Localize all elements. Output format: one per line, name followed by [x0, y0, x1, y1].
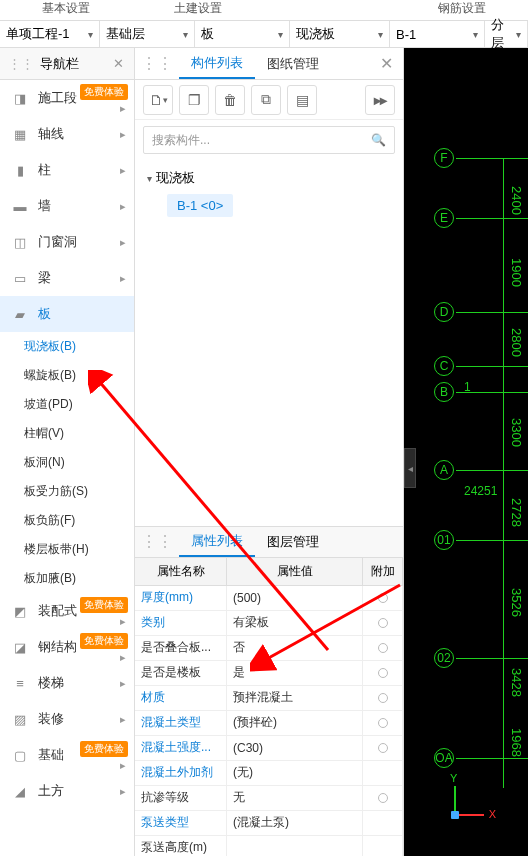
nav-category[interactable]: ▢基础免费体验▸ — [0, 737, 134, 773]
property-row[interactable]: 泵送类型(混凝土泵) — [135, 811, 403, 836]
nav-subcategory[interactable]: 现浇板(B) — [0, 332, 134, 361]
column-icon: ▮ — [10, 160, 30, 180]
nav-category[interactable]: ▨装修▸ — [0, 701, 134, 737]
prop-attach[interactable] — [363, 761, 403, 785]
nav-subcategory[interactable]: 螺旋板(B) — [0, 361, 134, 390]
prop-value[interactable]: 无 — [227, 786, 363, 810]
prop-attach[interactable] — [363, 611, 403, 635]
property-row[interactable]: 是否是楼板是 — [135, 661, 403, 686]
selector-dropdown[interactable]: 单项工程-1▾ — [0, 21, 100, 47]
drag-handle-icon[interactable]: ⋮⋮ — [135, 532, 179, 551]
viewport-canvas[interactable]: ◂ FEDC1BA242510102OA24001900280033002728… — [404, 48, 528, 856]
collapse-arrow-icon[interactable]: ▾ — [147, 173, 152, 184]
prop-value[interactable]: 有梁板 — [227, 611, 363, 635]
radio-icon[interactable] — [378, 643, 388, 653]
selector-dropdown[interactable]: B-1▾ — [390, 21, 485, 47]
top-tab[interactable]: 土建设置 — [132, 0, 264, 20]
prop-attach[interactable] — [363, 586, 403, 610]
prop-attach[interactable] — [363, 686, 403, 710]
more-button[interactable]: ▸▸ — [365, 85, 395, 115]
prop-attach[interactable] — [363, 836, 403, 857]
close-icon[interactable]: ✕ — [370, 54, 403, 73]
property-row[interactable]: 混凝土外加剂(无) — [135, 761, 403, 786]
property-row[interactable]: 混凝土强度...(C30) — [135, 736, 403, 761]
nav-category[interactable]: ▰板 — [0, 296, 134, 332]
radio-icon[interactable] — [378, 743, 388, 753]
prop-value[interactable]: (C30) — [227, 736, 363, 760]
top-tab[interactable]: 基本设置 — [0, 0, 132, 20]
nav-category[interactable]: ◪钢结构免费体验▸ — [0, 629, 134, 665]
property-row[interactable]: 材质预拌混凝土 — [135, 686, 403, 711]
nav-subcategory[interactable]: 柱帽(V) — [0, 419, 134, 448]
prop-attach[interactable] — [363, 786, 403, 810]
prop-value[interactable]: (混凝土泵) — [227, 811, 363, 835]
radio-icon[interactable] — [378, 668, 388, 678]
cube-icon: ◨ — [10, 88, 30, 108]
property-row[interactable]: 类别有梁板 — [135, 611, 403, 636]
layers-button[interactable]: ▤ — [287, 85, 317, 115]
dimension-label: 1968 — [509, 728, 524, 757]
prop-value[interactable]: (预拌砼) — [227, 711, 363, 735]
nav-category[interactable]: ▦轴线▸ — [0, 116, 134, 152]
search-input[interactable]: 搜索构件... 🔍 — [143, 126, 395, 154]
property-row[interactable]: 抗渗等级无 — [135, 786, 403, 811]
copy-button[interactable]: ❐ — [179, 85, 209, 115]
nav-category[interactable]: ◢土方▸ — [0, 773, 134, 809]
col-name: 属性名称 — [135, 558, 227, 585]
nav-subcategory[interactable]: 板洞(N) — [0, 448, 134, 477]
property-row[interactable]: 混凝土类型(预拌砼) — [135, 711, 403, 736]
property-row[interactable]: 厚度(mm)(500) — [135, 586, 403, 611]
close-icon[interactable]: ✕ — [110, 56, 126, 72]
prop-value[interactable]: (无) — [227, 761, 363, 785]
nav-category[interactable]: ◫门窗洞▸ — [0, 224, 134, 260]
new-button[interactable]: 🗋▾ — [143, 85, 173, 115]
top-tab[interactable] — [264, 0, 396, 20]
nav-subcategory[interactable]: 坡道(PD) — [0, 390, 134, 419]
radio-icon[interactable] — [378, 718, 388, 728]
selector-dropdown[interactable]: 基础层▾ — [100, 21, 195, 47]
prop-attach[interactable] — [363, 811, 403, 835]
grid-axis-label: D — [434, 302, 454, 322]
duplicate-button[interactable]: ⧉ — [251, 85, 281, 115]
drag-handle-icon[interactable]: ⋮⋮ — [8, 56, 34, 71]
prop-value[interactable]: (500) — [227, 586, 363, 610]
nav-subcategory[interactable]: 楼层板带(H) — [0, 535, 134, 564]
nav-subcategory[interactable]: 板受力筋(S) — [0, 477, 134, 506]
selector-dropdown[interactable]: 分层▾ — [485, 21, 528, 47]
nav-category[interactable]: ◩装配式免费体验▸ — [0, 593, 134, 629]
radio-icon[interactable] — [378, 618, 388, 628]
tab-component-list[interactable]: 构件列表 — [179, 48, 255, 79]
viewport-collapse-button[interactable]: ◂ — [404, 448, 416, 488]
radio-icon[interactable] — [378, 593, 388, 603]
nav-category[interactable]: ▮柱▸ — [0, 152, 134, 188]
prop-value[interactable] — [227, 836, 363, 857]
prop-value[interactable]: 否 — [227, 636, 363, 660]
radio-icon[interactable] — [378, 693, 388, 703]
drag-handle-icon[interactable]: ⋮⋮ — [135, 54, 179, 73]
radio-icon[interactable] — [378, 793, 388, 803]
prop-attach[interactable] — [363, 636, 403, 660]
nav-subcategory[interactable]: 板负筋(F) — [0, 506, 134, 535]
tree-node[interactable]: ▾ 现浇板 — [147, 166, 391, 190]
nav-category[interactable]: ≡楼梯▸ — [0, 665, 134, 701]
tab-property-list[interactable]: 属性列表 — [179, 527, 255, 557]
prop-name: 类别 — [135, 611, 227, 635]
prop-attach[interactable] — [363, 736, 403, 760]
prop-value[interactable]: 是 — [227, 661, 363, 685]
prop-value[interactable]: 预拌混凝土 — [227, 686, 363, 710]
nav-category[interactable]: ▭梁▸ — [0, 260, 134, 296]
property-row[interactable]: 是否叠合板...否 — [135, 636, 403, 661]
nav-category[interactable]: ▬墙▸ — [0, 188, 134, 224]
delete-button[interactable]: 🗑 — [215, 85, 245, 115]
selector-dropdown[interactable]: 现浇板▾ — [290, 21, 390, 47]
nav-category[interactable]: ◨施工段免费体验▸ — [0, 80, 134, 116]
tab-layer-mgmt[interactable]: 图层管理 — [255, 527, 331, 557]
door-icon: ◫ — [10, 232, 30, 252]
prop-attach[interactable] — [363, 711, 403, 735]
prop-attach[interactable] — [363, 661, 403, 685]
tree-leaf-selected[interactable]: B-1 <0> — [167, 194, 233, 217]
tab-drawing-mgmt[interactable]: 图纸管理 — [255, 48, 331, 79]
selector-dropdown[interactable]: 板▾ — [195, 21, 290, 47]
nav-subcategory[interactable]: 板加腋(B) — [0, 564, 134, 593]
property-row[interactable]: 泵送高度(m) — [135, 836, 403, 857]
